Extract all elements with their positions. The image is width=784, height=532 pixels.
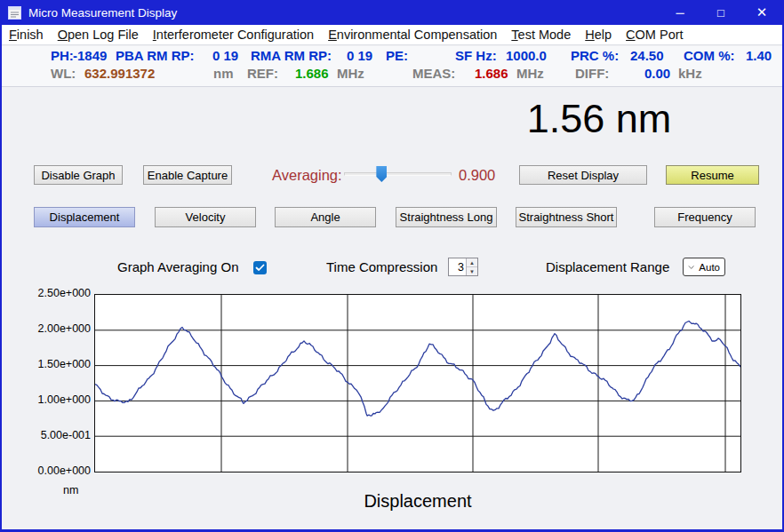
chart-plot <box>94 294 741 472</box>
menu-item-open-log-file[interactable]: Open Log File <box>58 28 139 42</box>
status-nm: nm <box>213 66 234 81</box>
status-ref: REF: <box>247 66 278 81</box>
status-ph: PH: <box>51 48 74 63</box>
time-compression-spinner[interactable]: 3 ▲ ▼ <box>448 258 478 276</box>
status-1-686: 1.686 <box>295 66 329 81</box>
spinner-arrows: ▲ ▼ <box>466 258 477 275</box>
minimize-button[interactable]: ─ <box>660 0 700 25</box>
reset-display-button[interactable]: Reset Display <box>519 165 647 185</box>
arrow-down-icon[interactable]: ▼ <box>467 267 477 275</box>
dropdown-value: Auto <box>699 262 720 273</box>
status-pba-rm-rp: PBA RM RP: <box>116 48 195 63</box>
y-axis-tick-label: 5.00e-001 <box>36 429 91 441</box>
close-button[interactable]: ✕ <box>741 0 782 25</box>
menu-item-test-mode[interactable]: Test Mode <box>511 28 571 42</box>
reading-value: 1.56 nm <box>492 96 706 142</box>
status-1-40: 1.40 <box>746 48 772 63</box>
displacement-range-dropdown[interactable]: Auto <box>683 258 725 276</box>
y-axis-tick-label: 2.00e+000 <box>36 322 91 335</box>
status-prc: PRC %: <box>571 48 619 63</box>
tab-displacement[interactable]: Displacement <box>34 207 135 227</box>
averaging-slider-track[interactable] <box>344 172 452 176</box>
status-diff: DIFF: <box>575 66 609 81</box>
status-sf-hz: SF Hz: <box>455 48 497 63</box>
graph-averaging-checkbox[interactable] <box>253 261 267 274</box>
status-24-50: 24.50 <box>630 48 664 63</box>
status-1-686: 1.686 <box>475 66 508 81</box>
chart-series-line <box>95 322 740 417</box>
checkmark-icon <box>255 264 265 272</box>
window-title: Micro Measurement Display <box>28 6 660 20</box>
tab-frequency[interactable]: Frequency <box>654 207 756 227</box>
y-axis-tick-label: 1.50e+000 <box>36 358 91 370</box>
menu-item-com-port[interactable]: COM Port <box>626 28 683 42</box>
time-compression-label: Time Compression <box>326 259 437 274</box>
status-pe: PE: <box>386 48 408 63</box>
menu-item-finish[interactable]: Finish <box>9 28 44 42</box>
arrow-up-icon[interactable]: ▲ <box>467 258 477 267</box>
status-632-991372: 632.991372 <box>84 66 155 81</box>
status-1849: -1849 <box>73 48 107 63</box>
app-window: Micro Measurement Display ─ □ ✕ FinishOp… <box>0 0 784 532</box>
menu-item-interferometer-configuration[interactable]: Interferometer Configuration <box>153 28 314 42</box>
chevron-down-icon <box>688 265 694 270</box>
title-bar: Micro Measurement Display ─ □ ✕ <box>2 0 782 25</box>
status-wl: WL: <box>51 66 76 81</box>
menu-bar: FinishOpen Log FileInterferometer Config… <box>2 25 782 45</box>
status-mhz: MHz <box>516 66 544 81</box>
averaging-slider-thumb[interactable] <box>376 166 387 182</box>
y-axis-tick-label: 2.50e+000 <box>36 287 91 299</box>
tab-straightness-short[interactable]: Straightness Short <box>516 207 617 227</box>
maximize-button[interactable]: □ <box>700 0 741 25</box>
resume-button[interactable]: Resume <box>666 165 759 185</box>
status-0-19: 0 19 <box>212 48 238 63</box>
status-0-00: 0.00 <box>644 66 670 81</box>
app-icon <box>8 6 21 20</box>
status-1000-0: 1000.0 <box>506 48 547 63</box>
y-axis-unit-label: nm <box>63 484 78 496</box>
y-axis-tick-label: 1.00e+000 <box>36 393 91 406</box>
status-com: COM %: <box>684 48 735 63</box>
chart-title: Displacement <box>94 491 741 512</box>
disable-graph-button[interactable]: Disable Graph <box>34 165 123 185</box>
tab-velocity[interactable]: Velocity <box>155 207 256 227</box>
tab-straightness-long[interactable]: Straightness Long <box>396 207 497 227</box>
averaging-value: 0.900 <box>459 167 495 184</box>
graph-averaging-label: Graph Averaging On <box>117 259 238 274</box>
status-rma-rm-rp: RMA RM RP: <box>251 48 332 63</box>
y-axis-tick-label: 0.00e+000 <box>36 465 91 477</box>
averaging-label: Averaging: <box>272 167 342 184</box>
menu-item-help[interactable]: Help <box>585 28 612 42</box>
menu-item-environmental-compensation[interactable]: Environmental Compensation <box>328 28 497 42</box>
tab-angle[interactable]: Angle <box>275 207 376 227</box>
chart-canvas <box>95 295 740 472</box>
status-panel: PH:-1849PBA RM RP:0 19RMA RM RP:0 19PE:S… <box>2 46 782 87</box>
displacement-range-label: Displacement Range <box>546 259 669 274</box>
status-mhz: MHz <box>337 66 364 81</box>
status-khz: kHz <box>678 66 702 81</box>
status-0-19: 0 19 <box>347 48 372 63</box>
spinner-value: 3 <box>449 258 466 275</box>
enable-capture-button[interactable]: Enable Capture <box>143 165 232 185</box>
status-meas: MEAS: <box>412 66 455 81</box>
